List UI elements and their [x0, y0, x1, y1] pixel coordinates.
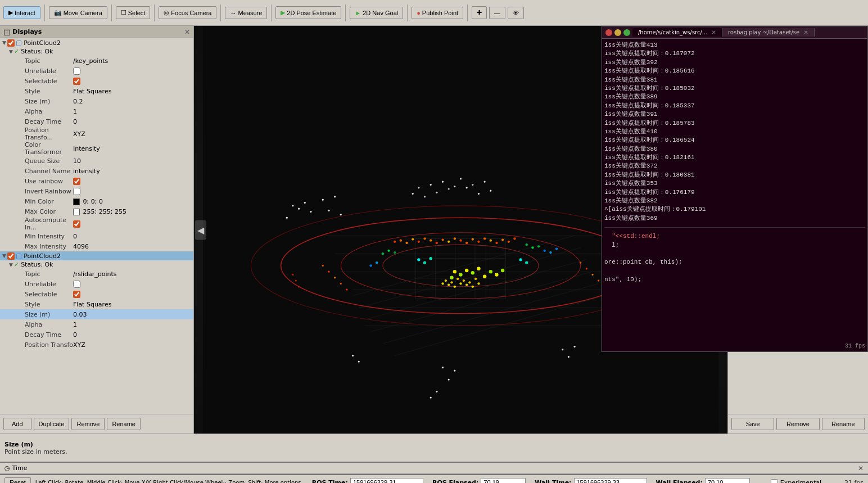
camera-icon: 📷	[54, 9, 62, 16]
svg-point-52	[412, 238, 414, 240]
svg-point-109	[454, 186, 455, 187]
focus-camera-button[interactable]: ◎ Focus Camera	[159, 6, 216, 19]
style1-value: Flat Squares	[73, 88, 193, 95]
pointcloud2-item[interactable]: ▼ ▢ PointCloud2	[0, 251, 193, 260]
selectable2-checkbox[interactable]	[73, 291, 80, 298]
views-remove-button[interactable]: Remove	[776, 418, 819, 430]
unreliable1-checkbox[interactable]	[73, 67, 80, 75]
add-button[interactable]: Add	[3, 418, 31, 430]
pose-estimate-button[interactable]: ▶ 2D Pose Estimate	[275, 6, 341, 19]
svg-point-45	[358, 360, 360, 362]
unreliable1-label: Unreliable	[0, 67, 73, 75]
reset-button[interactable]: Reset	[4, 477, 31, 483]
status1-icon: ✓	[14, 48, 19, 55]
sep2	[111, 4, 112, 21]
publish-point-button[interactable]: ● Publish Point	[412, 7, 463, 19]
views-buttons: Save Remove Rename	[728, 414, 868, 434]
terminal-tab1-close[interactable]: ✕	[712, 29, 716, 35]
topic2-value: /rslidar_points	[73, 270, 193, 278]
colortransform1-value: Intensity	[73, 145, 193, 152]
crosshair-button[interactable]: ✚	[472, 6, 487, 19]
svg-point-70	[382, 252, 384, 255]
nav-goal-button[interactable]: ► 2D Nav Goal	[350, 7, 403, 19]
ros-elapsed-input[interactable]	[481, 478, 526, 483]
duplicate-button[interactable]: Duplicate	[34, 418, 70, 430]
status2-item[interactable]: ▼ ✓ Status: Ok	[0, 260, 193, 269]
terminal-tab2-close[interactable]: ✕	[803, 29, 808, 35]
terminal-close-button[interactable]	[605, 29, 612, 36]
svg-point-106	[436, 192, 437, 193]
terminal-code-section: "<<std::endl; l; ore::point_cb, this); n…	[604, 227, 865, 284]
views-rename-button[interactable]: Rename	[822, 418, 865, 430]
displays-icon: ◫	[3, 28, 10, 36]
decay2-label: Decay Time	[0, 331, 73, 338]
autocompute1-checkbox[interactable]	[73, 220, 80, 228]
select-button[interactable]: ☐ Select	[116, 6, 151, 19]
terminal-line: iss关键点提取时间：0.185783	[604, 119, 865, 128]
time-panel-close[interactable]: ✕	[858, 464, 864, 472]
alpha1-label: Alpha	[0, 108, 73, 115]
pointcloud2-name: PointCloud2	[24, 252, 61, 260]
code-line5	[604, 267, 865, 276]
selectable1-checkbox[interactable]	[73, 78, 80, 85]
move-camera-button[interactable]: 📷 Move Camera	[49, 6, 107, 19]
pointcloud1-item[interactable]: ▼ ▢ PointCloud2	[0, 38, 193, 47]
colortransform1-label: Color Transformer	[0, 141, 73, 156]
queuesize1-row: Queue Size 10	[0, 156, 193, 166]
selectable2-label: Selectable	[0, 291, 73, 298]
postransform1-value: XYZ	[73, 130, 193, 138]
wall-elapsed-section: Wall Elapsed:	[656, 478, 750, 483]
userainbow1-checkbox[interactable]	[73, 178, 80, 185]
measure-button[interactable]: ↔ Measure	[225, 7, 267, 19]
svg-point-128	[445, 279, 447, 282]
pointcloud1-checkbox[interactable]	[7, 39, 15, 47]
move-camera-label: Move Camera	[64, 10, 102, 16]
svg-point-65	[490, 240, 492, 242]
svg-point-79	[549, 251, 551, 254]
terminal-tab1[interactable]: /home/s/catkin_ws/src/... ✕	[632, 28, 722, 37]
ros-time-input[interactable]	[350, 478, 423, 483]
wall-elapsed-label: Wall Elapsed:	[656, 479, 703, 484]
svg-point-102	[412, 193, 414, 195]
terminal-maximize-button[interactable]	[623, 29, 630, 36]
interact-button[interactable]: ▶ Interact	[3, 6, 40, 19]
svg-point-82	[459, 273, 462, 276]
svg-point-27	[310, 211, 311, 213]
terminal-line: iss关键点数量392	[604, 58, 865, 67]
remove-button[interactable]: Remove	[71, 418, 105, 430]
svg-point-120	[525, 261, 528, 264]
terminal-line: iss关键点数量372	[604, 162, 865, 170]
wall-elapsed-input[interactable]	[705, 478, 750, 483]
terminal-line: iss关键点数量391	[604, 110, 865, 119]
eye-button[interactable]: 👁	[508, 7, 524, 19]
pointcloud2-icon: ▢	[16, 252, 22, 260]
postransform1-row: Position Transfo... XYZ	[0, 127, 193, 141]
ros-elapsed-label: ROS Elapsed:	[432, 479, 478, 484]
views-save-button[interactable]: Save	[731, 418, 774, 430]
terminal-body[interactable]: iss关键点数量413iss关键点提取时间：0.187072iss关键点数量39…	[602, 39, 867, 351]
terminal-line: iss关键点数量389	[604, 93, 865, 101]
code-endl: "<<std::endl;	[612, 233, 660, 240]
crosshair-icon: ✚	[477, 9, 482, 16]
minus-button[interactable]: ―	[489, 7, 505, 19]
size2-label: Size (m)	[0, 311, 73, 318]
status1-item[interactable]: ▼ ✓ Status: Ok	[0, 47, 193, 56]
hint-text: Left-Click: Rotate. Middle-Click: Move X…	[35, 480, 303, 484]
terminal-minimize-button[interactable]	[614, 29, 621, 36]
terminal-tab2[interactable]: rosbag play ~/Dataset/se ✕	[722, 28, 815, 37]
wall-time-input[interactable]	[574, 478, 647, 483]
maxcolor1-label: Max Color	[0, 208, 73, 215]
pointcloud2-checkbox[interactable]	[7, 252, 15, 260]
invertrainbow1-checkbox[interactable]	[73, 188, 80, 195]
mincolor1-swatch	[73, 198, 80, 205]
unreliable2-checkbox[interactable]	[73, 281, 80, 288]
svg-point-24	[292, 205, 293, 206]
sep4	[220, 4, 221, 21]
rename-button[interactable]: Rename	[107, 418, 141, 430]
nav-left-button[interactable]: ◀	[195, 220, 206, 240]
displays-close[interactable]: ✕	[184, 28, 190, 36]
publish-point-label: Publish Point	[422, 10, 458, 16]
svg-point-57	[441, 238, 444, 241]
experimental-checkbox[interactable]	[771, 479, 778, 484]
topic1-value: /key_points	[73, 57, 193, 65]
